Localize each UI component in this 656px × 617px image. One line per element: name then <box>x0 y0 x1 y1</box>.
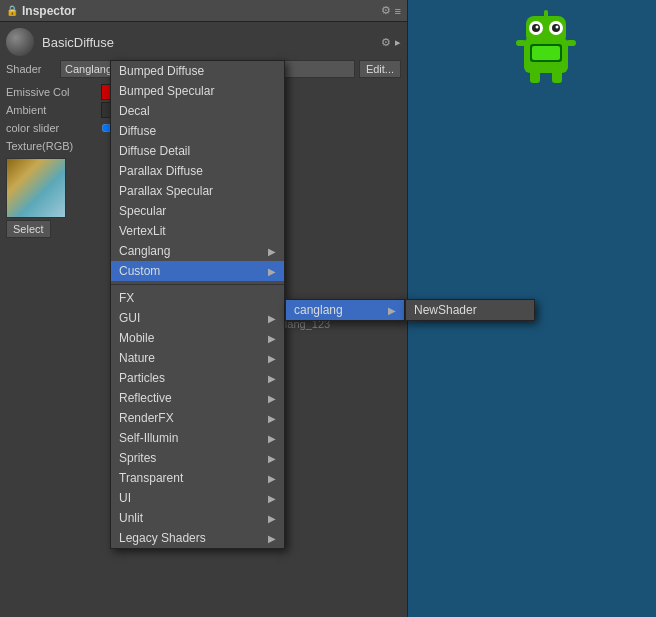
shader-field-label: Shader <box>6 63 56 75</box>
submenu-arrow-icon: ▶ <box>268 313 276 324</box>
submenu-arrow-icon: ▶ <box>268 433 276 444</box>
submenu-arrow-icon: ▶ <box>268 533 276 544</box>
submenu-arrow-icon: ▶ <box>268 393 276 404</box>
menu-item-legacy-shaders[interactable]: Legacy Shaders▶ <box>111 528 284 548</box>
texture-preview-area: Select <box>6 158 66 238</box>
shader-preview-sphere <box>6 28 34 56</box>
svg-rect-13 <box>530 71 540 83</box>
menu-item-label: Unlit <box>119 511 143 525</box>
menu-item-label: Diffuse Detail <box>119 144 190 158</box>
menu-item-transparent[interactable]: Transparent▶ <box>111 468 284 488</box>
submenu-arrow-icon: ▶ <box>268 333 276 344</box>
svg-point-7 <box>556 26 559 29</box>
menu-item-canglang[interactable]: Canglang▶ <box>111 241 284 261</box>
shader-dropdown-menu: Bumped DiffuseBumped SpecularDecalDiffus… <box>110 60 285 549</box>
menu-item-label: Diffuse <box>119 124 156 138</box>
menu-item-label: Reflective <box>119 391 172 405</box>
shader-object-row: BasicDiffuse ⚙ ▸ <box>6 28 401 56</box>
ambient-label: Ambient <box>6 104 101 116</box>
emissive-label: Emissive Col <box>6 86 101 98</box>
menu-item-label: VertexLit <box>119 224 166 238</box>
texture-label: Texture(RGB) <box>6 140 101 152</box>
svg-rect-12 <box>566 40 576 46</box>
canglang-item-label: canglang <box>294 303 343 317</box>
menu-item-vertexlit[interactable]: VertexLit <box>111 221 284 241</box>
submenu-arrow-icon: ▶ <box>268 413 276 424</box>
menu-item-sprites[interactable]: Sprites▶ <box>111 448 284 468</box>
submenu-arrow-icon: ▶ <box>268 353 276 364</box>
svg-rect-9 <box>532 46 560 60</box>
canglang-submenu: canglang▶ <box>285 299 405 321</box>
menu-item-label: Custom <box>119 264 160 278</box>
shader-settings-icon[interactable]: ⚙ <box>381 36 391 49</box>
menu-item-label: Bumped Specular <box>119 84 214 98</box>
mascot-icon <box>516 10 576 80</box>
lock-icon: 🔒 <box>6 5 18 16</box>
settings-icon[interactable]: ⚙ <box>381 4 391 17</box>
menu-item-label: Particles <box>119 371 165 385</box>
menu-item-label: Mobile <box>119 331 154 345</box>
inspector-title: Inspector <box>22 4 381 18</box>
shader-expand-icon[interactable]: ▸ <box>395 36 401 49</box>
menu-divider <box>111 284 284 285</box>
svg-rect-14 <box>552 71 562 83</box>
menu-item-diffuse-detail[interactable]: Diffuse Detail <box>111 141 284 161</box>
menu-item-label: Parallax Diffuse <box>119 164 203 178</box>
newshader-submenu: NewShader <box>405 299 535 321</box>
menu-item-label: Sprites <box>119 451 156 465</box>
svg-rect-10 <box>544 10 548 18</box>
newshader-item[interactable]: NewShader <box>406 300 534 320</box>
svg-point-6 <box>536 26 539 29</box>
menu-item-label: FX <box>119 291 134 305</box>
menu-item-fx[interactable]: FX <box>111 288 284 308</box>
menu-item-specular[interactable]: Specular <box>111 201 284 221</box>
menu-item-nature[interactable]: Nature▶ <box>111 348 284 368</box>
menu-item-unlit[interactable]: Unlit▶ <box>111 508 284 528</box>
menu-item-label: Legacy Shaders <box>119 531 206 545</box>
menu-item-diffuse[interactable]: Diffuse <box>111 121 284 141</box>
menu-item-bumped-diffuse[interactable]: Bumped Diffuse <box>111 61 284 81</box>
menu-item-label: Bumped Diffuse <box>119 64 204 78</box>
menu-item-label: RenderFX <box>119 411 174 425</box>
canglang-submenu-arrow-icon: ▶ <box>388 305 396 316</box>
menu-item-label: GUI <box>119 311 140 325</box>
menu-item-reflective[interactable]: Reflective▶ <box>111 388 284 408</box>
submenu-arrow-icon: ▶ <box>268 373 276 384</box>
menu-icon[interactable]: ≡ <box>395 5 401 17</box>
newshader-item-label: NewShader <box>414 303 477 317</box>
submenu-arrow-icon: ▶ <box>268 493 276 504</box>
menu-item-decal[interactable]: Decal <box>111 101 284 121</box>
menu-item-parallax-specular[interactable]: Parallax Specular <box>111 181 284 201</box>
menu-item-renderfx[interactable]: RenderFX▶ <box>111 408 284 428</box>
menu-item-self-illumin[interactable]: Self-Illumin▶ <box>111 428 284 448</box>
menu-item-label: Decal <box>119 104 150 118</box>
texture-preview-swatch[interactable] <box>6 158 66 218</box>
canglang-item[interactable]: canglang▶ <box>286 300 404 320</box>
menu-item-label: Transparent <box>119 471 183 485</box>
menu-item-label: Self-Illumin <box>119 431 178 445</box>
menu-item-label: Canglang <box>119 244 170 258</box>
menu-item-label: UI <box>119 491 131 505</box>
menu-item-mobile[interactable]: Mobile▶ <box>111 328 284 348</box>
submenu-arrow-icon: ▶ <box>268 453 276 464</box>
menu-item-parallax-diffuse[interactable]: Parallax Diffuse <box>111 161 284 181</box>
shader-object-name: BasicDiffuse <box>42 35 114 50</box>
inspector-settings: ⚙ ≡ <box>381 4 401 17</box>
menu-item-label: Specular <box>119 204 166 218</box>
menu-item-label: Parallax Specular <box>119 184 213 198</box>
menu-item-bumped-specular[interactable]: Bumped Specular <box>111 81 284 101</box>
svg-rect-11 <box>516 40 526 46</box>
texture-select-button[interactable]: Select <box>6 220 51 238</box>
submenu-arrow-icon: ▶ <box>268 266 276 277</box>
menu-item-particles[interactable]: Particles▶ <box>111 368 284 388</box>
submenu-arrow-icon: ▶ <box>268 473 276 484</box>
menu-item-ui[interactable]: UI▶ <box>111 488 284 508</box>
submenu-arrow-icon: ▶ <box>268 513 276 524</box>
inspector-titlebar: 🔒 Inspector ⚙ ≡ <box>0 0 407 22</box>
color-slider-label: color slider <box>6 122 101 134</box>
submenu-arrow-icon: ▶ <box>268 246 276 257</box>
edit-shader-button[interactable]: Edit... <box>359 60 401 78</box>
menu-item-label: Nature <box>119 351 155 365</box>
menu-item-gui[interactable]: GUI▶ <box>111 308 284 328</box>
menu-item-custom[interactable]: Custom▶ <box>111 261 284 281</box>
